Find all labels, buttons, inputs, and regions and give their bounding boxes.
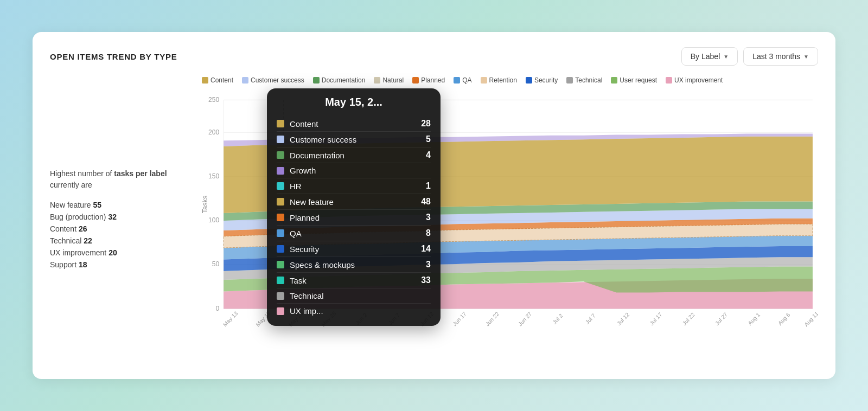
tooltip-color-swatch	[277, 182, 284, 190]
svg-text:200: 200	[208, 128, 219, 136]
svg-text:Tasks: Tasks	[202, 196, 209, 214]
legend-color-swatch	[481, 77, 487, 84]
tooltip-row: Customer success 5	[277, 132, 431, 147]
tooltip-value: 3	[414, 260, 431, 269]
legend-label: Documentation	[322, 76, 366, 84]
tooltip-row: QA 8	[277, 226, 431, 241]
svg-text:0: 0	[215, 304, 219, 312]
tooltip-label: Technical	[290, 291, 414, 300]
svg-text:Jun 27: Jun 27	[517, 311, 533, 327]
svg-text:50: 50	[212, 260, 219, 268]
legend-label: Technical	[575, 76, 602, 84]
svg-text:Jun 22: Jun 22	[484, 311, 500, 327]
main-card: OPEN ITEMS TREND BY TYPE By Label ▼ Last…	[33, 32, 835, 379]
tooltip-row: Task 33	[277, 273, 431, 288]
tooltip-color-swatch	[277, 277, 284, 284]
tooltip-label: Content	[290, 119, 414, 129]
list-item: Technical 22	[50, 236, 191, 245]
header-controls: By Label ▼ Last 3 months ▼	[681, 47, 818, 66]
list-item: Support 18	[50, 260, 191, 269]
legend-color-swatch	[526, 77, 532, 84]
tooltip-row: Documentation 4	[277, 147, 431, 163]
tooltip-row: UX imp...	[277, 304, 431, 318]
legend-item: UX improvement	[666, 76, 723, 84]
tooltip-color-swatch	[277, 136, 284, 143]
card-title: OPEN ITEMS TREND BY TYPE	[50, 52, 177, 61]
tooltip-color-swatch	[277, 120, 284, 127]
tooltip-color-swatch	[277, 167, 284, 175]
tooltip-value: 48	[414, 197, 431, 207]
legend-color-swatch	[566, 77, 573, 84]
tooltip-label: QA	[290, 229, 414, 238]
tooltip-label: Customer success	[290, 135, 414, 144]
legend-item: User request	[611, 76, 657, 84]
chevron-down-icon: ▼	[803, 54, 809, 60]
legend-label: UX improvement	[674, 76, 723, 84]
tooltip-color-swatch	[277, 214, 284, 221]
legend-item: Natural	[374, 76, 404, 84]
svg-text:250: 250	[208, 95, 219, 103]
svg-text:May 13: May 13	[222, 310, 239, 328]
tooltip-label: UX imp...	[290, 306, 414, 316]
legend-label: Security	[534, 76, 558, 84]
card-body: Highest number of tasks per label curren…	[50, 76, 818, 361]
svg-text:100: 100	[208, 216, 219, 224]
legend-item: Content	[202, 76, 233, 84]
svg-text:Jul 7: Jul 7	[584, 312, 597, 325]
tooltip-value: 1	[414, 181, 431, 191]
legend-item: Security	[526, 76, 558, 84]
tooltip-value: 33	[414, 275, 431, 285]
legend-label: Customer success	[251, 76, 304, 84]
tooltip-value: 4	[414, 150, 431, 160]
svg-text:Jul 2: Jul 2	[552, 312, 564, 325]
svg-text:Aug 6: Aug 6	[777, 311, 791, 326]
tooltip-row-new-feature: New feature 48	[277, 194, 431, 210]
chart-area: ContentCustomer successDocumentationNatu…	[202, 76, 818, 361]
by-label-button[interactable]: By Label ▼	[681, 47, 738, 66]
tooltip-value: 3	[414, 213, 431, 222]
tooltip-label: Planned	[290, 213, 414, 222]
tooltip-color-swatch	[277, 261, 284, 268]
list-item: Content 26	[50, 224, 191, 233]
legend-color-swatch	[313, 77, 320, 84]
svg-text:150: 150	[208, 172, 219, 179]
tooltip-value: 8	[414, 228, 431, 238]
legend-color-swatch	[374, 77, 380, 84]
list-item: Bug (production) 32	[50, 213, 191, 221]
legend-color-swatch	[242, 77, 248, 84]
legend-color-swatch	[454, 77, 460, 84]
tooltip-label: New feature	[290, 197, 414, 207]
tooltip-label: Task	[290, 276, 414, 285]
tooltip-color-swatch	[277, 292, 284, 300]
chart-svg-container: 0 50 100 150 200 250 Tasks	[202, 88, 818, 338]
tooltip-row: Specs & mockups 3	[277, 257, 431, 273]
tooltip-label: Growth	[290, 166, 414, 175]
svg-text:Aug 1: Aug 1	[747, 311, 761, 326]
last-3-months-button[interactable]: Last 3 months ▼	[743, 47, 818, 66]
tooltip-color-swatch	[277, 307, 284, 315]
legend-label: Content	[210, 76, 233, 84]
svg-text:Jul 17: Jul 17	[649, 311, 663, 326]
tooltip-value: 5	[414, 134, 431, 144]
legend-color-swatch	[412, 77, 419, 84]
stat-list: New feature 55 Bug (production) 32 Conte…	[50, 201, 191, 269]
summary-text: Highest number of tasks per label curren…	[50, 168, 191, 191]
legend-label: User request	[620, 76, 657, 84]
legend-item: Retention	[481, 76, 517, 84]
svg-text:Jun 17: Jun 17	[452, 311, 468, 327]
tooltip-row: Planned 3	[277, 210, 431, 226]
legend-color-swatch	[666, 77, 672, 84]
legend-color-swatch	[611, 77, 617, 84]
tooltip-label: Security	[290, 245, 414, 254]
svg-text:Jul 27: Jul 27	[714, 311, 729, 326]
legend-label: Retention	[489, 76, 517, 84]
svg-text:Jul 12: Jul 12	[616, 311, 630, 326]
list-item: UX improvement 20	[50, 248, 191, 257]
legend-label: Natural	[382, 76, 404, 84]
tooltip-value: 14	[414, 244, 431, 254]
card-header: OPEN ITEMS TREND BY TYPE By Label ▼ Last…	[50, 47, 818, 66]
legend-item: Technical	[566, 76, 602, 84]
legend-label: QA	[462, 76, 471, 84]
chart-tooltip: May 15, 2... Content 28 Customer success…	[267, 88, 441, 326]
tooltip-value: 28	[414, 119, 431, 129]
